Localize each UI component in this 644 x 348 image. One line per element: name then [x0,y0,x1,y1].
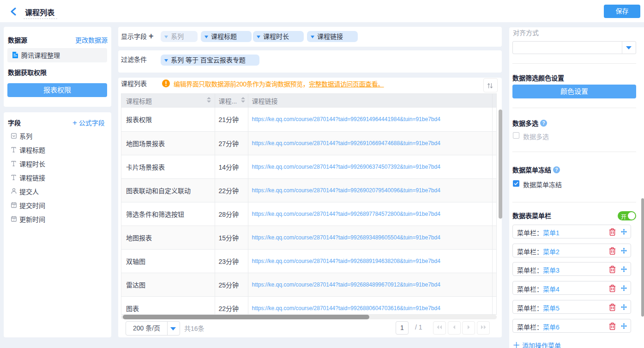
svg-text:7: 7 [13,204,15,208]
svg-text:?: ? [542,121,545,126]
svg-text:?: ? [555,167,558,172]
svg-text:7: 7 [13,218,15,221]
